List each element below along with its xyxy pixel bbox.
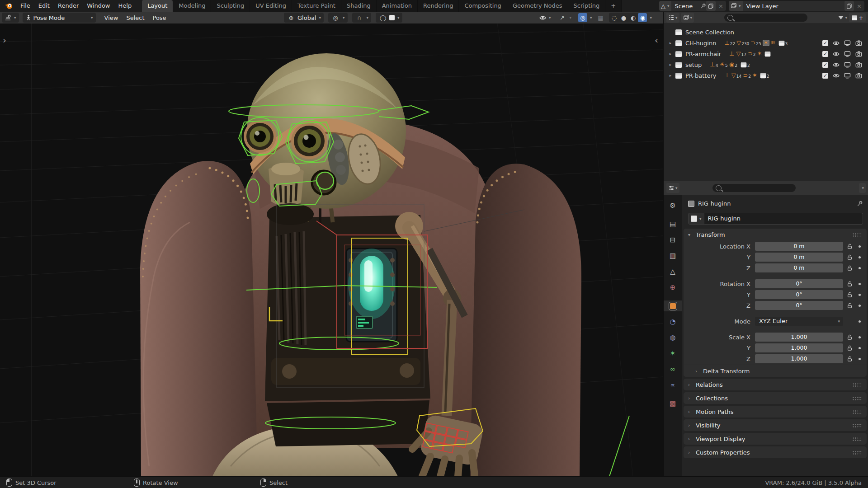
location-y-field[interactable]: 0 m	[755, 253, 843, 262]
lock-icon[interactable]	[843, 265, 856, 271]
unlink-scene-icon[interactable]: ×	[716, 3, 726, 9]
monitor-icon[interactable]	[844, 40, 851, 47]
sidebar-collapse-arrow[interactable]: ‹	[655, 35, 658, 46]
rotation-z-field[interactable]: 0°	[755, 301, 843, 310]
collection-row-setup[interactable]: ▸ setup ⊥4 ☀5 ◉2 2 ✓	[667, 59, 867, 70]
tab-object-data[interactable]: ✶	[664, 348, 682, 359]
tab-world[interactable]: ⊕	[664, 282, 682, 293]
tab-layout[interactable]: Layout	[142, 0, 173, 12]
menu-pose[interactable]: Pose	[149, 14, 170, 21]
3d-viewport-canvas[interactable]: › ‹	[0, 23, 663, 476]
toolbar-expand-arrow[interactable]: ›	[3, 35, 6, 46]
lock-icon[interactable]	[843, 281, 856, 287]
animate-dot[interactable]	[856, 336, 863, 338]
menu-window[interactable]: Window	[83, 0, 114, 12]
show-gizmo-toggle[interactable]: ↗ ▾	[555, 13, 574, 23]
rotation-x-field[interactable]: 0°	[755, 279, 843, 288]
tab-view-layer[interactable]: ▥	[664, 250, 682, 261]
tab-animation[interactable]: Animation	[377, 0, 418, 12]
tab-constraints[interactable]: ◔	[664, 316, 682, 327]
scale-x-field[interactable]: 1.000	[755, 333, 843, 342]
xray-toggle[interactable]: ▦	[596, 13, 605, 22]
panel-grip[interactable]	[852, 383, 862, 387]
panel-grip[interactable]	[852, 410, 862, 414]
scale-z-field[interactable]: 1.000	[755, 354, 843, 363]
collection-row-ch-huginn[interactable]: ▸ CH-huginn ⊥22 ▽230 ⊃25 ✶ ≋ 3 ✓	[667, 38, 867, 48]
panel-grip[interactable]	[852, 233, 862, 237]
expander-icon[interactable]: ▸	[667, 73, 674, 78]
editor-type-button[interactable]: ▾	[2, 13, 19, 23]
checkbox-icon[interactable]: ✓	[822, 73, 828, 79]
expander-icon[interactable]: ▸	[667, 52, 674, 56]
rotation-mode-dropdown[interactable]: XYZ Euler▾	[755, 317, 843, 326]
panel-grip[interactable]	[852, 423, 862, 427]
eye-icon[interactable]	[833, 51, 840, 57]
animate-dot[interactable]	[856, 245, 863, 248]
camera-icon[interactable]	[855, 72, 862, 79]
scene-browse-button[interactable]: △▾	[659, 1, 671, 11]
new-view-layer-icon[interactable]	[844, 1, 854, 11]
tab-shading[interactable]: Shading	[341, 0, 377, 12]
tab-physics[interactable]: ◍	[664, 332, 682, 343]
tab-compositing[interactable]: Compositing	[459, 0, 507, 12]
lock-icon[interactable]	[843, 254, 856, 260]
lock-icon[interactable]	[843, 244, 856, 249]
animate-dot[interactable]	[856, 347, 863, 349]
tab-bone[interactable]: ∞	[664, 364, 682, 375]
shading-dropdown-icon[interactable]: ▾	[650, 15, 652, 20]
transform-panel-header[interactable]: ▾ Transform	[684, 229, 867, 240]
animate-dot[interactable]	[856, 358, 863, 360]
eye-icon[interactable]	[833, 72, 840, 79]
add-workspace-button[interactable]: +	[605, 0, 622, 12]
expander-icon[interactable]: ▸	[667, 41, 674, 45]
scale-y-field[interactable]: 1.000	[755, 343, 843, 352]
properties-options-button[interactable]: ▾	[859, 183, 866, 193]
custom-properties-panel[interactable]: ›Custom Properties	[684, 446, 867, 458]
tab-texture-paint[interactable]: Texture Paint	[292, 0, 341, 12]
scene-name[interactable]: Scene	[671, 3, 701, 9]
tab-uv-editing[interactable]: UV Editing	[250, 0, 292, 12]
animate-dot[interactable]	[856, 294, 863, 296]
remove-view-layer-icon[interactable]: ×	[854, 3, 864, 9]
tab-scripting[interactable]: Scripting	[568, 0, 606, 12]
shading-material-button[interactable]: ◐	[628, 13, 637, 22]
collection-row-pr-armchair[interactable]: ▸ PR-armchair ⊥ ▽17 ⊃2 ✶ ✓	[667, 48, 867, 59]
lock-icon[interactable]	[843, 292, 856, 298]
tab-output[interactable]: ⊟	[664, 235, 682, 245]
lock-icon[interactable]	[843, 345, 856, 351]
location-z-field[interactable]: 0 m	[755, 263, 843, 272]
tab-render[interactable]: ▤	[664, 219, 682, 230]
checkbox-icon[interactable]: ✓	[822, 40, 828, 46]
animate-dot[interactable]	[856, 320, 863, 323]
rotation-y-field[interactable]: 0°	[755, 290, 843, 299]
object-id-browse-button[interactable]: ▾	[688, 213, 704, 225]
camera-icon[interactable]	[855, 61, 862, 68]
tab-tool[interactable]: ⚙	[664, 200, 682, 211]
camera-icon[interactable]	[855, 51, 862, 57]
location-x-field[interactable]: 0 m	[755, 242, 843, 251]
menu-help[interactable]: Help	[114, 0, 136, 12]
view-layer-browse-button[interactable]: ▾	[729, 1, 743, 11]
pivot-point-dropdown[interactable]: ◎ ▾	[328, 13, 348, 23]
show-overlays-toggle[interactable]: ◎ ▾	[576, 13, 595, 23]
panel-grip[interactable]	[852, 396, 862, 400]
tab-object[interactable]	[664, 300, 682, 311]
panel-grip[interactable]	[852, 450, 862, 455]
object-visibility-dropdown[interactable]: ▾	[537, 13, 554, 23]
new-scene-icon[interactable]	[706, 1, 716, 11]
shading-rendered-button[interactable]: ◉	[638, 13, 647, 22]
camera-icon[interactable]	[855, 40, 862, 47]
pin-id-icon[interactable]	[857, 201, 863, 207]
viewport-display-panel[interactable]: ›Viewport Display	[684, 433, 867, 445]
monitor-icon[interactable]	[844, 51, 851, 57]
tab-sculpting[interactable]: Sculpting	[211, 0, 250, 12]
checkbox-icon[interactable]: ✓	[822, 51, 828, 57]
tab-texture[interactable]: ▩	[664, 398, 682, 409]
pin-scene-icon[interactable]	[700, 3, 706, 9]
relations-panel[interactable]: ›Relations	[684, 379, 867, 390]
menu-select[interactable]: Select	[122, 14, 148, 21]
object-name-field[interactable]: RIG-huginn	[704, 213, 863, 225]
snap-toggle[interactable]: ∩ ▾	[352, 13, 372, 23]
properties-search-input[interactable]	[712, 184, 796, 192]
menu-file[interactable]: File	[16, 0, 34, 12]
